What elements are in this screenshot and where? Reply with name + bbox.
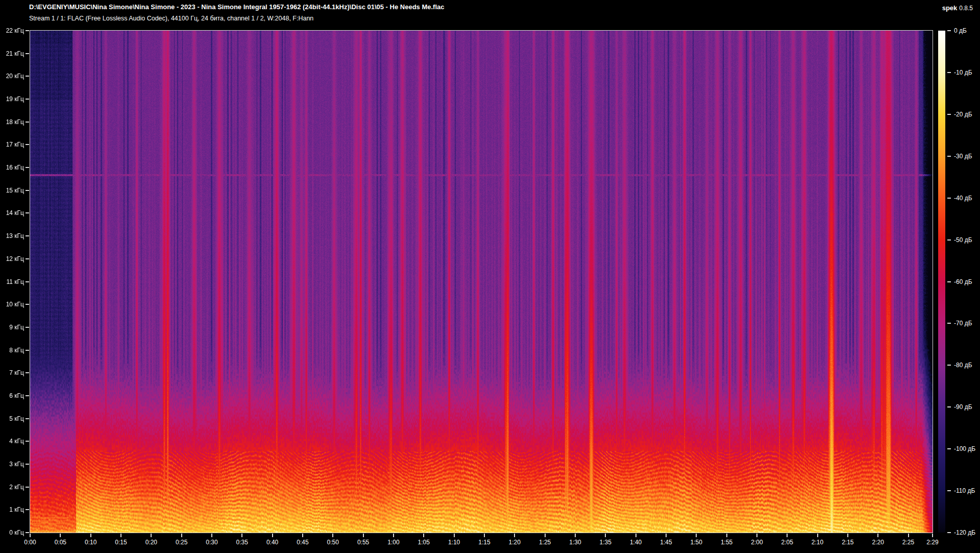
time-tick: [847, 534, 848, 537]
freq-tick: [26, 190, 29, 191]
freq-tick: [26, 509, 29, 510]
freq-tick: [26, 99, 29, 100]
db-colorbar: [938, 31, 945, 533]
db-tick-label: -80 дБ: [954, 361, 972, 369]
time-tick-label: 2:29: [918, 538, 947, 546]
db-tick-label: -120 дБ: [954, 528, 975, 537]
freq-tick-label: 2 кГц: [0, 483, 24, 491]
freq-tick-label: 0 кГц: [0, 528, 24, 537]
time-tick: [423, 534, 424, 537]
db-tick-label: -60 дБ: [954, 278, 972, 286]
time-tick: [120, 534, 121, 537]
time-tick: [575, 534, 576, 537]
freq-tick-label: 10 кГц: [0, 300, 24, 308]
freq-tick: [26, 350, 29, 351]
db-tick: [947, 323, 951, 324]
time-tick-label: 1:10: [440, 538, 469, 546]
time-tick-label: 2:10: [803, 538, 832, 546]
freq-tick: [26, 281, 29, 282]
freq-tick-label: 11 кГц: [0, 278, 24, 286]
time-tick: [302, 534, 303, 537]
time-tick-label: 2:20: [864, 538, 892, 546]
freq-tick: [26, 327, 29, 328]
db-tick-label: -40 дБ: [954, 194, 972, 202]
time-tick: [181, 534, 182, 537]
time-tick: [211, 534, 212, 537]
time-tick: [484, 534, 485, 537]
freq-tick: [26, 122, 29, 123]
time-tick: [30, 534, 31, 537]
time-tick-label: 1:15: [470, 538, 499, 546]
time-tick-label: 0:10: [77, 538, 105, 546]
freq-tick-label: 18 кГц: [0, 118, 24, 126]
time-tick: [151, 534, 152, 537]
time-tick: [877, 534, 878, 537]
freq-tick-label: 7 кГц: [0, 369, 24, 377]
freq-tick-label: 4 кГц: [0, 437, 24, 445]
time-tick: [60, 534, 61, 537]
time-tick-label: 0:50: [318, 538, 347, 546]
time-tick: [635, 534, 636, 537]
app-brand: spek0.8.5: [942, 3, 973, 12]
freq-tick-label: 6 кГц: [0, 392, 24, 400]
freq-tick: [26, 30, 29, 31]
freq-tick-label: 12 кГц: [0, 255, 24, 263]
time-tick-label: 0:25: [167, 538, 196, 546]
time-tick-label: 0:15: [107, 538, 135, 546]
db-tick-label: -70 дБ: [954, 319, 972, 327]
db-tick-label: -30 дБ: [954, 152, 972, 160]
time-tick: [332, 534, 333, 537]
db-tick: [947, 239, 951, 241]
db-tick: [947, 281, 951, 282]
app-version: 0.8.5: [959, 5, 973, 12]
freq-tick: [26, 487, 29, 488]
freq-tick: [26, 304, 29, 305]
time-tick-label: 1:20: [500, 538, 529, 546]
time-tick-label: 0:55: [349, 538, 378, 546]
db-tick: [947, 72, 951, 73]
freq-tick: [26, 441, 29, 442]
freq-tick-label: 19 кГц: [0, 95, 24, 103]
freq-tick: [26, 53, 29, 54]
freq-tick-label: 1 кГц: [0, 506, 24, 514]
freq-tick-label: 5 кГц: [0, 415, 24, 423]
time-tick: [272, 534, 273, 537]
time-tick: [696, 534, 697, 537]
freq-tick-label: 14 кГц: [0, 209, 24, 217]
time-tick-label: 0:35: [228, 538, 256, 546]
freq-tick: [26, 235, 29, 236]
db-tick: [947, 114, 951, 115]
freq-tick: [26, 464, 29, 465]
file-path-title: D:\EVGENIY\MUSIC\Nina Simone\Nina Simone…: [29, 3, 445, 11]
db-tick-label: -100 дБ: [954, 445, 975, 453]
freq-tick: [26, 212, 29, 213]
freq-tick-label: 22 кГц: [0, 27, 24, 35]
time-tick-label: 1:55: [713, 538, 741, 546]
db-tick-label: 0 дБ: [954, 27, 967, 35]
time-tick-label: 0:20: [137, 538, 165, 546]
app-name: spek: [942, 4, 958, 12]
freq-tick: [26, 258, 29, 259]
freq-tick: [26, 76, 29, 77]
time-tick-label: 1:05: [409, 538, 438, 546]
freq-tick-label: 16 кГц: [0, 163, 24, 172]
time-tick: [932, 534, 933, 537]
time-tick: [666, 534, 667, 537]
db-tick: [947, 30, 951, 31]
db-tick-label: -110 дБ: [954, 487, 975, 495]
time-tick: [90, 534, 91, 537]
db-tick: [947, 406, 951, 407]
freq-tick-label: 17 кГц: [0, 140, 24, 149]
spectrogram-frame: [30, 30, 933, 533]
spectrogram-canvas[interactable]: [30, 31, 933, 533]
db-tick: [947, 365, 951, 366]
freq-tick: [26, 167, 29, 168]
time-tick: [363, 534, 364, 537]
time-tick-label: 1:35: [591, 538, 620, 546]
freq-tick: [26, 372, 29, 373]
time-tick: [817, 534, 818, 537]
freq-tick-label: 8 кГц: [0, 346, 24, 354]
freq-tick: [26, 395, 29, 396]
db-tick: [947, 490, 951, 491]
db-tick: [947, 448, 951, 449]
